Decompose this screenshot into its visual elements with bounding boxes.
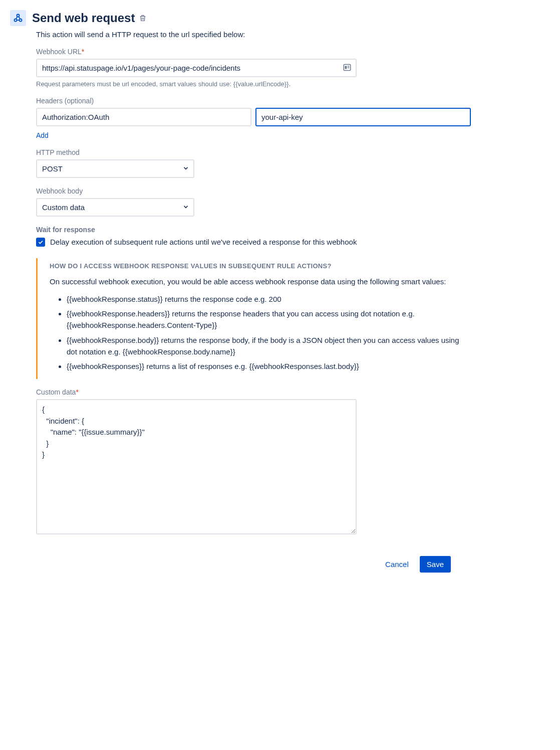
svg-rect-4 xyxy=(345,66,347,69)
custom-data-label: Custom data* xyxy=(36,388,471,396)
wait-checkbox[interactable] xyxy=(36,238,45,247)
webhook-body-label: Webhook body xyxy=(36,187,471,195)
save-button[interactable]: Save xyxy=(420,556,451,573)
header-value-input[interactable] xyxy=(255,108,471,126)
add-header-link[interactable]: Add xyxy=(36,131,49,139)
page-title: Send web request xyxy=(32,11,135,25)
svg-rect-5 xyxy=(348,66,350,67)
header-key-input[interactable] xyxy=(36,108,251,126)
webhook-url-hint: Request parameters must be url encoded, … xyxy=(36,80,357,88)
svg-point-0 xyxy=(15,19,17,22)
svg-point-1 xyxy=(20,19,22,22)
info-item: {{webhookResponse.body}} returns the res… xyxy=(67,334,471,358)
delete-icon[interactable] xyxy=(139,14,147,22)
http-method-label: HTTP method xyxy=(36,148,471,156)
info-panel-list: {{webhookResponse.status}} returns the r… xyxy=(67,293,471,372)
svg-point-2 xyxy=(17,15,20,17)
info-item: {{webhookResponses}} returns a list of r… xyxy=(67,360,471,372)
info-panel: HOW DO I ACCESS WEBHOOK RESPONSE VALUES … xyxy=(36,258,471,380)
info-item: {{webhookResponse.headers}} returns the … xyxy=(67,308,471,331)
description-text: This action will send a HTTP request to … xyxy=(36,30,471,39)
wait-label: Wait for response xyxy=(36,226,471,234)
webhook-icon xyxy=(10,10,26,26)
info-item: {{webhookResponse.status}} returns the r… xyxy=(67,293,471,305)
info-panel-title: HOW DO I ACCESS WEBHOOK RESPONSE VALUES … xyxy=(50,262,471,270)
webhook-url-label: Webhook URL* xyxy=(36,48,357,56)
svg-rect-6 xyxy=(348,67,350,68)
custom-data-textarea[interactable] xyxy=(36,399,357,534)
headers-label: Headers (optional) xyxy=(36,97,471,105)
smart-values-icon[interactable] xyxy=(343,63,352,73)
wait-checkbox-label: Delay execution of subsequent rule actio… xyxy=(50,237,357,248)
svg-rect-3 xyxy=(344,64,351,70)
webhook-body-select[interactable] xyxy=(36,198,194,217)
http-method-select[interactable] xyxy=(36,159,194,178)
webhook-url-input[interactable] xyxy=(36,59,357,77)
cancel-button[interactable]: Cancel xyxy=(378,556,416,573)
info-panel-intro: On successful webhook execution, you wou… xyxy=(50,276,471,287)
